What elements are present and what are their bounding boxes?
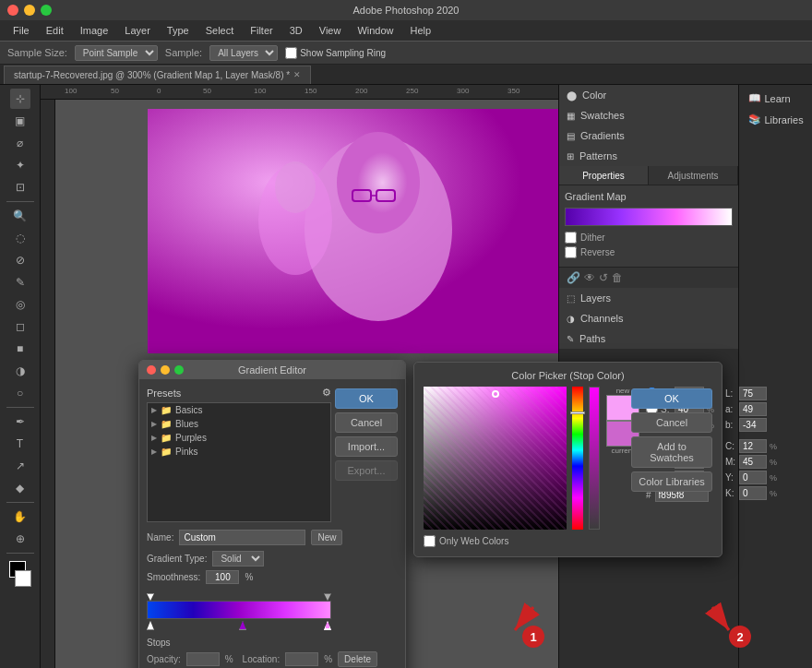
opacity-stop-left[interactable] <box>147 593 154 601</box>
cp-cancel-button[interactable]: Cancel <box>631 412 712 433</box>
tool-brush[interactable]: ⊘ <box>10 250 30 270</box>
menu-filter[interactable]: Filter <box>243 23 280 38</box>
tab-properties[interactable]: Properties <box>559 166 649 185</box>
cp-add-swatches-button[interactable]: Add to Swatches <box>631 436 712 468</box>
ge-max-btn[interactable] <box>174 365 184 375</box>
panel-header-channels[interactable]: ◑ Channels <box>559 308 738 328</box>
delete-opacity-stop-button[interactable]: Delete <box>338 651 377 667</box>
panel-header-color[interactable]: ⬤ Color <box>559 85 738 105</box>
sample-size-select[interactable]: Point Sample <box>75 45 158 61</box>
reverse-checkbox[interactable] <box>565 246 577 258</box>
gradient-bar[interactable] <box>147 601 331 619</box>
preset-pinks[interactable]: ▶ 📁 Pinks <box>148 445 330 459</box>
menu-type[interactable]: Type <box>160 23 197 38</box>
tool-eraser[interactable]: ◻ <box>10 316 30 337</box>
only-web-colors-checkbox[interactable] <box>424 535 436 547</box>
gradient-map-preview[interactable] <box>565 208 733 226</box>
delete-icon[interactable]: 🗑 <box>612 271 623 284</box>
tool-move[interactable]: ⊹ <box>10 89 30 109</box>
show-sampling-ring-checkbox[interactable] <box>285 47 297 59</box>
c-input[interactable] <box>739 439 767 453</box>
opacity-input[interactable] <box>186 652 220 666</box>
preset-purples[interactable]: ▶ 📁 Purples <box>148 431 330 445</box>
ge-cancel-button[interactable]: Cancel <box>335 412 398 433</box>
new-gradient-button[interactable]: New <box>311 530 342 545</box>
color-stop-right[interactable] <box>324 621 331 630</box>
opacity-stop-right[interactable] <box>324 593 331 601</box>
ge-min-btn[interactable] <box>161 365 170 375</box>
menu-help[interactable]: Help <box>403 23 439 38</box>
tool-hand[interactable]: ✋ <box>10 507 30 527</box>
preset-basics[interactable]: ▶ 📁 Basics <box>148 403 330 417</box>
tool-blur[interactable]: ◑ <box>10 361 30 381</box>
tool-marquee[interactable]: ▣ <box>10 111 30 131</box>
presets-settings-icon[interactable]: ⚙ <box>322 387 331 399</box>
preset-blues[interactable]: ▶ 📁 Blues <box>148 417 330 431</box>
ge-export-button[interactable]: Export... <box>335 460 398 481</box>
panel-header-patterns[interactable]: ⊞ Patterns <box>559 146 738 166</box>
color-swatches[interactable] <box>7 561 33 587</box>
tool-lasso[interactable]: ⌀ <box>10 133 30 153</box>
menu-layer[interactable]: Layer <box>117 23 158 38</box>
close-button[interactable] <box>7 5 18 16</box>
menu-view[interactable]: View <box>312 23 349 38</box>
tool-pen[interactable]: ✒ <box>10 412 30 432</box>
learn-button[interactable]: 📖 Learn <box>743 89 809 108</box>
tool-gradient[interactable]: ■ <box>10 339 30 359</box>
panel-header-paths[interactable]: ✎ Paths <box>559 328 738 349</box>
window-controls[interactable] <box>7 5 52 16</box>
gradient-name-input[interactable] <box>179 530 305 545</box>
background-color[interactable] <box>15 570 31 587</box>
minimize-button[interactable] <box>24 5 35 16</box>
menu-3d[interactable]: 3D <box>282 23 310 38</box>
libraries-button[interactable]: 📚 Libraries <box>743 110 809 129</box>
tool-crop[interactable]: ⊡ <box>10 177 30 197</box>
color-stop-mid[interactable] <box>239 621 246 630</box>
panel-header-layers[interactable]: ⬚ Layers <box>559 288 738 308</box>
b2-input[interactable] <box>739 418 767 432</box>
sample-select[interactable]: All Layers <box>209 45 278 61</box>
ge-close-btn[interactable] <box>147 365 156 375</box>
tool-eyedropper[interactable]: 🔍 <box>10 206 30 226</box>
tool-quick-selection[interactable]: ✦ <box>10 155 30 175</box>
a-input[interactable] <box>739 402 767 416</box>
gradient-editor-window-controls[interactable] <box>147 365 184 375</box>
maximize-button[interactable] <box>41 5 52 16</box>
menu-select[interactable]: Select <box>198 23 242 38</box>
tool-shape[interactable]: ◆ <box>10 478 30 498</box>
cp-ok-button[interactable]: OK <box>631 388 712 409</box>
tool-dodge[interactable]: ○ <box>10 383 30 403</box>
ge-import-button[interactable]: Import... <box>335 436 398 457</box>
link-icon[interactable]: 🔗 <box>567 271 580 284</box>
tool-clone-stamp[interactable]: ✎ <box>10 272 30 292</box>
tool-type[interactable]: T <box>10 434 30 454</box>
smoothness-input[interactable] <box>206 570 239 584</box>
hue-bar[interactable] <box>572 387 583 530</box>
alpha-bar[interactable] <box>589 387 600 530</box>
location-input-opacity[interactable] <box>285 652 318 666</box>
menu-edit[interactable]: Edit <box>39 23 71 38</box>
document-tab[interactable]: startup-7-Recovered.jpg @ 300% (Gradient… <box>4 66 311 84</box>
menu-image[interactable]: Image <box>73 23 116 38</box>
presets-list[interactable]: ▶ 📁 Basics ▶ 📁 Blues ▶ 📁 Purples ▶ 📁 Pin… <box>147 402 331 522</box>
dither-checkbox[interactable] <box>565 232 577 244</box>
tool-spot-healing[interactable]: ◌ <box>10 228 30 248</box>
menu-file[interactable]: File <box>6 23 37 38</box>
ge-ok-button[interactable]: OK <box>335 388 398 409</box>
y-input[interactable] <box>739 471 767 484</box>
tool-history-brush[interactable]: ◎ <box>10 294 30 315</box>
panel-header-swatches[interactable]: ▦ Swatches <box>559 105 738 125</box>
gradient-type-select[interactable]: Solid Noise <box>212 551 264 567</box>
cp-color-libraries-button[interactable]: Color Libraries <box>631 471 712 492</box>
panel-header-gradients[interactable]: ▤ Gradients <box>559 125 738 146</box>
tab-adjustments[interactable]: Adjustments <box>649 166 738 185</box>
tool-zoom[interactable]: ⊕ <box>10 529 30 549</box>
m-input[interactable] <box>739 455 767 469</box>
show-sampling-ring-label[interactable]: Show Sampling Ring <box>285 47 386 59</box>
color-stop-left[interactable] <box>147 621 154 630</box>
tool-path-selection[interactable]: ↗ <box>10 456 30 476</box>
tab-close-button[interactable]: ✕ <box>293 70 301 79</box>
saturation-field[interactable] <box>424 387 567 530</box>
visibility-icon[interactable]: 👁 <box>584 271 595 284</box>
reset-icon[interactable]: ↺ <box>599 271 608 284</box>
